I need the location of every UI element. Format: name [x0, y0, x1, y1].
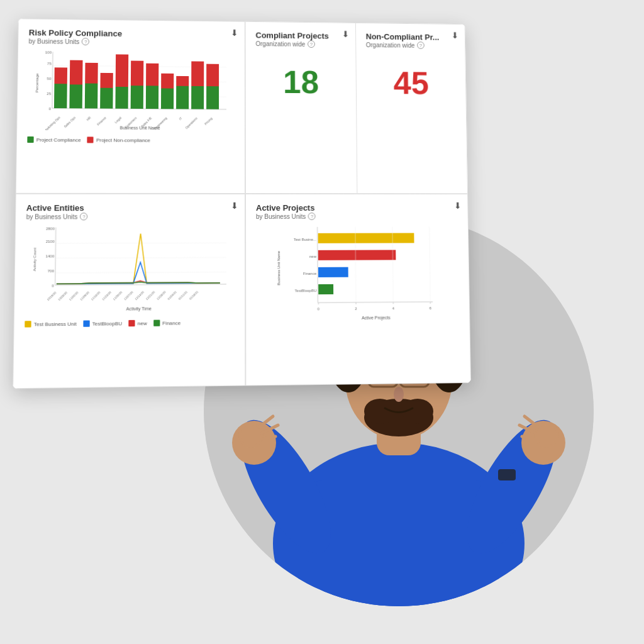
svg-line-30 — [52, 52, 53, 108]
svg-line-75 — [55, 228, 56, 286]
active-entities-help-icon[interactable]: ? — [80, 213, 87, 220]
risk-policy-chart: 0 25 50 75 100 Percentage — [28, 48, 235, 131]
non-compliant-value: 45 — [366, 52, 456, 108]
svg-text:10/26/20: 10/26/20 — [57, 291, 68, 301]
active-projects-help-icon[interactable]: ? — [308, 213, 316, 220]
svg-rect-106 — [318, 250, 396, 260]
non-compliant-download-icon[interactable]: ⬇ — [452, 30, 459, 40]
svg-text:2: 2 — [355, 307, 357, 311]
svg-point-6 — [521, 421, 565, 465]
svg-line-101 — [318, 227, 318, 303]
legend-new: new — [128, 320, 147, 326]
svg-text:700: 700 — [48, 269, 55, 273]
svg-text:12/28/20: 12/28/20 — [156, 290, 167, 301]
legend-compliance: Project Compliance — [27, 136, 80, 143]
svg-line-102 — [318, 302, 433, 303]
svg-text:Activity Time: Activity Time — [126, 306, 152, 311]
svg-rect-110 — [318, 284, 333, 294]
svg-text:0: 0 — [318, 307, 320, 311]
svg-rect-60 — [191, 86, 204, 109]
legend-new-dot — [128, 320, 135, 326]
svg-rect-29 — [498, 469, 516, 480]
legend-finance-dot — [153, 320, 160, 326]
non-compliant-help-icon[interactable]: ? — [417, 42, 425, 49]
compliant-projects-card: Compliant Projects Organization wide ? ⬇… — [246, 22, 358, 193]
svg-line-85 — [55, 243, 226, 243]
dashboard-panel: Risk Policy Compliance by Business Units… — [13, 18, 471, 389]
risk-policy-subtitle: by Business Units ? — [28, 37, 234, 47]
active-entities-panel: Active Entities by Business Units ? ⬇ 0 — [13, 194, 245, 389]
svg-text:HR: HR — [86, 116, 92, 122]
compliant-subtitle: Organization wide ? — [255, 40, 345, 48]
svg-rect-44 — [69, 84, 82, 108]
legend-test-bu-dot — [25, 321, 31, 327]
svg-text:IT: IT — [178, 116, 182, 121]
svg-rect-108 — [318, 267, 348, 277]
svg-text:0: 0 — [48, 107, 51, 111]
svg-text:11/02/20: 11/02/20 — [69, 291, 79, 301]
active-entities-subtitle: by Business Units ? — [26, 213, 235, 220]
svg-text:11/16/20: 11/16/20 — [91, 291, 101, 301]
non-compliant-header: Non-Compliant Pr... Organization wide ? — [366, 32, 455, 50]
svg-text:11/23/20: 11/23/20 — [101, 291, 112, 301]
svg-text:Pricing: Pricing — [204, 116, 213, 126]
svg-text:6: 6 — [430, 306, 432, 310]
scene: Risk Policy Compliance by Business Units… — [0, 0, 644, 644]
svg-line-84 — [55, 257, 226, 258]
svg-rect-48 — [100, 88, 113, 109]
active-entities-download-icon[interactable]: ⬇ — [231, 201, 238, 211]
active-entities-header: Active Entities by Business Units ? — [26, 203, 235, 220]
svg-text:75: 75 — [47, 62, 52, 65]
svg-text:12/21/20: 12/21/20 — [145, 291, 156, 301]
svg-text:100: 100 — [45, 50, 52, 54]
svg-text:1400: 1400 — [45, 254, 54, 258]
legend-test-bu: Test Business Unit — [25, 321, 77, 328]
svg-rect-58 — [176, 86, 189, 109]
compliant-title: Compliant Projects — [255, 31, 345, 41]
svg-text:01/11/21: 01/11/21 — [178, 290, 189, 301]
svg-text:new: new — [309, 255, 317, 258]
svg-text:Business Unit Name: Business Unit Name — [120, 126, 160, 130]
svg-rect-104 — [318, 233, 414, 243]
svg-text:50: 50 — [47, 77, 52, 80]
active-projects-download-icon[interactable]: ⬇ — [454, 201, 462, 211]
non-compliant-subtitle: Organization wide ? — [366, 41, 455, 49]
svg-rect-54 — [146, 86, 158, 109]
risk-policy-header: Risk Policy Compliance by Business Units… — [28, 28, 234, 47]
svg-text:25: 25 — [47, 92, 52, 96]
svg-text:Sales Ops: Sales Ops — [63, 115, 76, 128]
compliant-help-icon[interactable]: ? — [308, 40, 315, 48]
svg-text:Business Unit Name: Business Unit Name — [277, 250, 280, 285]
svg-text:Marketing Ops: Marketing Ops — [43, 115, 61, 131]
risk-policy-download-icon[interactable]: ⬇ — [231, 28, 238, 38]
active-projects-subtitle: by Business Units ? — [256, 213, 458, 220]
svg-text:01/18/21: 01/18/21 — [189, 290, 199, 301]
active-entities-legend: Test Business Unit TestBloopBU new Finan… — [25, 319, 235, 328]
svg-text:Percentage: Percentage — [35, 73, 40, 92]
active-projects-title: Active Projects — [256, 203, 458, 213]
svg-text:0: 0 — [52, 284, 54, 287]
svg-rect-56 — [161, 88, 174, 109]
compliant-value: 18 — [256, 51, 347, 107]
svg-text:Operations: Operations — [184, 116, 198, 130]
svg-text:Finance: Finance — [96, 116, 107, 126]
active-entities-chart: 0 700 1400 2100 2800 Activity Count — [25, 224, 235, 314]
non-compliant-title: Non-Compliant Pr... — [366, 32, 455, 42]
active-projects-panel: Active Projects by Business Units ? ⬇ Bu… — [245, 194, 471, 386]
svg-rect-62 — [206, 86, 219, 109]
compliant-download-icon[interactable]: ⬇ — [342, 29, 350, 39]
legend-testbloop: TestBloopBU — [83, 320, 122, 327]
active-entities-title: Active Entities — [26, 203, 235, 213]
risk-policy-legend: Project Compliance Project Non-complianc… — [27, 136, 235, 143]
svg-text:10/19/20: 10/19/20 — [47, 291, 57, 301]
svg-line-76 — [55, 284, 226, 286]
svg-text:TestBloopBU: TestBloopBU — [295, 289, 317, 292]
svg-text:Test Busine...: Test Busine... — [294, 238, 316, 242]
svg-rect-52 — [131, 86, 143, 109]
svg-point-4 — [232, 421, 276, 465]
non-compliant-projects-card: Non-Compliant Pr... Organization wide ? … — [356, 23, 467, 193]
svg-text:2100: 2100 — [46, 240, 55, 243]
legend-compliance-dot — [27, 136, 33, 143]
risk-policy-help-icon[interactable]: ? — [82, 38, 89, 45]
svg-rect-50 — [115, 87, 128, 109]
